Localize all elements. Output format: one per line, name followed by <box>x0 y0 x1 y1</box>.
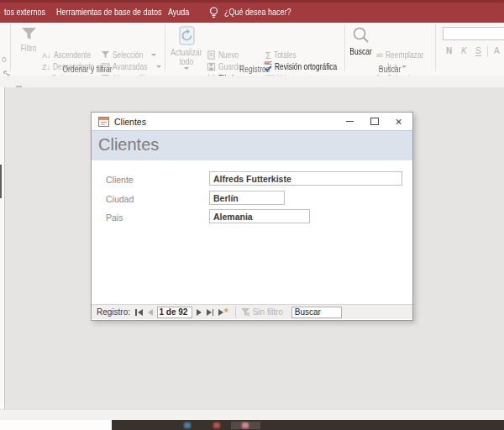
lightbulb-icon <box>208 6 219 23</box>
minimize-icon <box>346 121 354 122</box>
previous-record-button[interactable] <box>148 309 153 316</box>
bar-icon <box>213 309 214 316</box>
group-separator <box>435 24 436 71</box>
next-record-icon <box>197 309 202 316</box>
bar-icon <box>135 309 137 316</box>
ribbon-lower-strip <box>0 76 504 88</box>
group-label-sort-filter: Ordenar y filtrar <box>22 65 153 74</box>
totals-button[interactable]: Σ Totales <box>265 50 301 60</box>
group-label-find: Buscar <box>351 65 428 74</box>
selection-button[interactable]: Selección <box>101 50 156 60</box>
cut-off-button[interactable]: o <box>2 55 7 64</box>
italic-button[interactable]: K <box>461 46 467 55</box>
group-separator <box>344 24 345 71</box>
collapsed-left-pane <box>0 87 5 409</box>
access-app: tos externos Herramientas de base de dat… <box>0 0 504 430</box>
form-header-title: Clientes <box>98 135 412 155</box>
divider <box>487 45 488 57</box>
new-record-button[interactable]: Nuevo <box>207 50 243 60</box>
refresh-all-icon <box>178 26 196 45</box>
bottom-left-area <box>0 420 112 430</box>
chevron-down-icon <box>151 54 156 56</box>
previous-record-icon <box>148 309 153 316</box>
left-edge-mark <box>0 165 2 198</box>
new-record-star-icon: * <box>224 310 228 315</box>
tab-external-data[interactable]: tos externos <box>4 8 45 17</box>
field-input-ciudad[interactable] <box>209 191 285 205</box>
new-blank-record-button[interactable]: * <box>218 309 228 316</box>
underline-button[interactable]: S <box>475 46 481 56</box>
no-filter-icon <box>240 307 250 317</box>
sort-asc-icon: A↓ <box>42 51 51 60</box>
window-title: Clientes <box>114 117 146 127</box>
status-bar <box>0 409 504 421</box>
field-label-ciudad: Ciudad <box>106 194 134 204</box>
first-record-icon <box>138 309 143 316</box>
field-label-pais: Pais <box>106 212 123 223</box>
field-label-cliente: Cliente <box>106 175 134 185</box>
font-name-box[interactable] <box>443 27 504 40</box>
filter-state-label[interactable]: Sin filtro <box>253 307 283 317</box>
chevron-down-icon <box>156 66 161 68</box>
replace-icon: ab <box>376 51 383 60</box>
last-record-button[interactable] <box>207 309 214 316</box>
record-navigation-bar: Registro: * Sin filtro <box>92 304 412 319</box>
selection-funnel-icon <box>101 50 110 60</box>
field-input-pais[interactable] <box>209 209 310 223</box>
font-color-button[interactable]: A <box>494 46 500 55</box>
tab-database-tools[interactable]: Herramientas de base de datos <box>56 8 162 17</box>
close-icon: × <box>395 115 402 128</box>
group-separator <box>10 24 11 71</box>
taskbar-icon-red[interactable] <box>213 422 220 428</box>
last-record-icon <box>207 309 212 316</box>
taskbar-edge <box>112 420 504 430</box>
ribbon-tab-bar: tos externos Herramientas de base de dat… <box>0 0 504 25</box>
divider <box>235 307 236 317</box>
next-record-button[interactable] <box>197 309 202 316</box>
form-title-bar[interactable]: Clientes × <box>92 113 412 130</box>
taskbar-icon-blue[interactable] <box>184 422 191 428</box>
new-record-icon <box>218 309 223 316</box>
field-input-cliente[interactable] <box>209 171 402 186</box>
maximize-icon <box>370 118 379 125</box>
filter-funnel-icon <box>21 26 37 41</box>
form-icon <box>98 117 109 127</box>
group-separator <box>165 24 165 71</box>
record-position-box[interactable] <box>157 307 192 318</box>
tell-me-box[interactable]: ¿Qué desea hacer? <box>224 8 291 17</box>
maximize-button[interactable] <box>362 113 386 130</box>
search-icon <box>352 26 370 45</box>
minimize-button[interactable] <box>338 113 362 130</box>
record-search-box[interactable] <box>291 307 342 318</box>
form-window-clientes: Clientes × Clientes Cliente Ciudad Pais … <box>91 112 413 321</box>
close-button[interactable]: × <box>386 113 411 130</box>
form-header: Clientes <box>92 130 412 160</box>
taskbar-icon-pink[interactable] <box>242 422 249 428</box>
sigma-icon: Σ <box>265 51 271 60</box>
replace-button[interactable]: ab Reemplazar <box>376 50 431 60</box>
tab-help[interactable]: Ayuda <box>168 8 189 17</box>
record-nav-label: Registro: <box>97 307 130 317</box>
group-label-records: Registros <box>178 65 331 74</box>
first-record-button[interactable] <box>135 309 143 316</box>
sort-ascending-button[interactable]: A↓ Ascendente <box>42 50 97 60</box>
ribbon: o Filtro A↓ Ascendente Z↓ Descendente ⇵ … <box>0 23 504 76</box>
bold-button[interactable]: N <box>446 46 452 55</box>
new-sheet-icon <box>207 50 216 60</box>
